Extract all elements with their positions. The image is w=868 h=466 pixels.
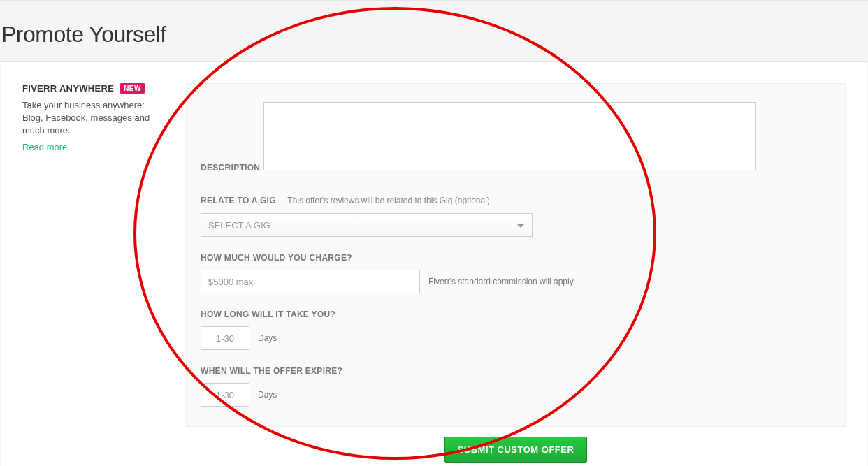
gig-select-wrap: SELECT A GIG [201, 213, 533, 237]
sidebar-description: Take your business anywhere: Blog, Faceb… [22, 99, 164, 138]
relate-gig-group: RELATE TO A GIG This offer's reviews wil… [201, 194, 831, 237]
sidebar-title: FIVERR ANYWHERE [22, 83, 114, 94]
submit-row: SUBMIT CUSTOM OFFER [186, 437, 846, 463]
expire-group: WHEN WILL THE OFFER EXPIRE? Days [201, 364, 831, 407]
duration-unit: Days [258, 333, 277, 343]
expire-input[interactable] [201, 383, 249, 407]
charge-group: HOW MUCH WOULD YOU CHARGE? Fiverr's stan… [201, 251, 831, 293]
duration-group: HOW LONG WILL IT TAKE YOU? Days [201, 307, 831, 350]
submit-custom-offer-button[interactable]: SUBMIT CUSTOM OFFER [444, 437, 588, 463]
charge-label: HOW MUCH WOULD YOU CHARGE? [201, 253, 352, 263]
description-label: DESCRIPTION [201, 163, 260, 173]
relate-gig-label: RELATE TO A GIG [201, 196, 276, 205]
gig-select[interactable]: SELECT A GIG [201, 213, 533, 237]
expire-label: WHEN WILL THE OFFER EXPIRE? [201, 366, 342, 376]
read-more-link[interactable]: Read more [22, 142, 67, 152]
charge-input[interactable] [201, 270, 420, 293]
new-badge: NEW [120, 83, 145, 94]
description-group: DESCRIPTION [201, 102, 831, 180]
form-panel: DESCRIPTION RELATE TO A GIG This offer's… [186, 83, 846, 427]
page-header: Promote Yourself [0, 0, 868, 62]
description-textarea[interactable] [263, 102, 756, 170]
content-wrapper: FIVERR ANYWHERE NEW Take your business a… [1, 62, 867, 466]
charge-note: Fiverr's standard commission will apply. [428, 277, 575, 286]
gig-select-placeholder: SELECT A GIG [208, 220, 270, 231]
sidebar-title-row: FIVERR ANYWHERE NEW [22, 83, 164, 94]
duration-input[interactable] [201, 326, 249, 350]
relate-gig-sublabel: This offer's reviews will be related to … [287, 196, 490, 205]
duration-label: HOW LONG WILL IT TAKE YOU? [201, 310, 335, 319]
expire-unit: Days [258, 390, 277, 400]
page-title: Promote Yourself [0, 22, 868, 48]
sidebar: FIVERR ANYWHERE NEW Take your business a… [1, 83, 164, 463]
